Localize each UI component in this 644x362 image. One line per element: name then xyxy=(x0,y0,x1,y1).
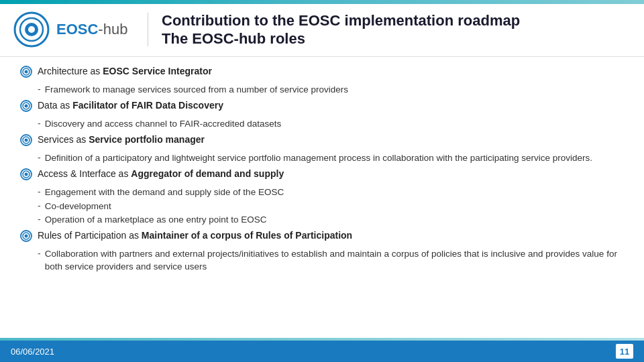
svg-point-15 xyxy=(25,172,28,176)
sub-bullet-architecture-1: - Framework to manage services sourced f… xyxy=(38,84,624,97)
logo-icon xyxy=(13,11,50,48)
footer: 06/06/2021 11 xyxy=(0,341,644,362)
sub-bullets-architecture: - Framework to manage services sourced f… xyxy=(38,84,624,97)
bullet-icon-access xyxy=(20,168,32,182)
svg-point-9 xyxy=(25,104,28,107)
footer-page-number: 11 xyxy=(616,344,633,359)
sub-bullet-access-3: - Operation of a marketplace as one entr… xyxy=(38,214,624,227)
header: EOSC-hub Contribution to the EOSC implem… xyxy=(0,0,644,57)
bullet-services: Services as Service portfolio manager xyxy=(20,133,624,148)
bullet-icon-data xyxy=(20,100,32,114)
sub-bullets-rules: - Collaboration with partners and extern… xyxy=(38,248,624,274)
sub-bullet-access-1: - Engagement with the demand and supply … xyxy=(38,186,624,199)
svg-point-18 xyxy=(25,235,28,238)
logo-hub: -hub xyxy=(98,21,127,38)
sub-bullets-services: - Definition of a participatory and ligh… xyxy=(38,152,624,165)
sub-bullets-data: - Discovery and access channel to FAIR-a… xyxy=(38,118,624,131)
header-divider xyxy=(148,13,148,46)
bullet-text-rules: Rules of Participation as Maintainer of … xyxy=(38,229,352,243)
sub-bullet-rules-1: - Collaboration with partners and extern… xyxy=(38,248,624,274)
bullet-icon-services xyxy=(20,134,32,148)
sub-bullet-services-1: - Definition of a participatory and ligh… xyxy=(38,152,624,165)
bullet-icon-rules xyxy=(20,230,32,244)
bullet-text-architecture: Architecture as EOSC Service Integrator xyxy=(38,65,212,78)
logo-text: EOSC-hub xyxy=(56,21,127,38)
logo-eosc: EOSC xyxy=(56,21,98,38)
main-content: Architecture as EOSC Service Integrator … xyxy=(0,57,644,283)
logo-area: EOSC-hub xyxy=(13,11,134,48)
header-title: Contribution to the EOSC implementation … xyxy=(162,11,631,48)
footer-date: 06/06/2021 xyxy=(11,347,54,357)
bullet-architecture: Architecture as EOSC Service Integrator xyxy=(20,65,624,80)
bullet-data: Data as Facilitator of FAIR Data Discove… xyxy=(20,99,624,114)
bullet-icon-architecture xyxy=(20,66,32,80)
svg-point-12 xyxy=(25,138,28,141)
svg-point-6 xyxy=(25,70,28,74)
sub-bullet-data-1: - Discovery and access channel to FAIR-a… xyxy=(38,118,624,131)
top-accent-bar xyxy=(0,0,644,4)
svg-point-3 xyxy=(28,26,35,33)
sub-bullet-access-2: - Co-development xyxy=(38,200,624,213)
bullet-text-access: Access & Interface as Aggregator of dema… xyxy=(38,168,284,181)
bullet-text-services: Services as Service portfolio manager xyxy=(38,133,205,147)
bullet-rules: Rules of Participation as Maintainer of … xyxy=(20,229,624,244)
bullet-text-data: Data as Facilitator of FAIR Data Discove… xyxy=(38,99,223,113)
sub-bullets-access: - Engagement with the demand and supply … xyxy=(38,186,624,227)
page-title: Contribution to the EOSC implementation … xyxy=(162,11,631,48)
bullet-access: Access & Interface as Aggregator of dema… xyxy=(20,168,624,182)
